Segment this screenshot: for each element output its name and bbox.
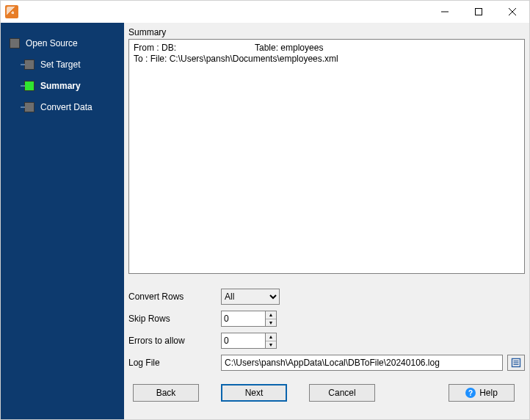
convert-rows-select[interactable]: All — [221, 289, 280, 305]
close-button[interactable] — [495, 1, 529, 23]
summary-group-label: Summary — [128, 27, 525, 37]
svg-rect-7 — [514, 364, 519, 365]
skip-rows-spinner: ▲ ▼ — [221, 311, 277, 327]
step-box-icon — [10, 38, 20, 48]
errors-spinner: ▲ ▼ — [221, 333, 277, 349]
errors-label: Errors to allow — [128, 336, 221, 346]
maximize-button[interactable] — [462, 1, 495, 23]
step-box-icon — [24, 81, 35, 91]
step-box-icon — [24, 59, 35, 70]
sidebar-item-label: Open Source — [26, 38, 78, 48]
row-skip-rows: Skip Rows ▲ ▼ — [128, 309, 525, 328]
sidebar-item-summary[interactable]: Summary — [24, 76, 124, 95]
folder-icon — [511, 358, 521, 368]
minimize-button[interactable] — [428, 1, 462, 23]
log-file-input[interactable] — [221, 355, 503, 371]
summary-from-prefix: From : DB: — [134, 43, 255, 54]
sidebar-item-open-source[interactable]: Open Source — [10, 34, 124, 53]
log-file-browse-button[interactable] — [507, 355, 525, 371]
errors-spin-buttons: ▲ ▼ — [265, 333, 277, 349]
summary-line-to: To : File: C:\Users\pansh\Documents\empl… — [134, 54, 520, 65]
summary-line-from: From : DB: Table: employees — [134, 43, 520, 54]
errors-down-icon[interactable]: ▼ — [266, 341, 276, 349]
help-button[interactable]: ? Help — [449, 384, 515, 402]
options-panel: Convert Rows All Skip Rows ▲ ▼ — [128, 287, 525, 375]
skip-rows-spin-buttons: ▲ ▼ — [265, 311, 277, 327]
sidebar-item-label: Convert Data — [40, 102, 92, 112]
row-errors: Errors to allow ▲ ▼ — [128, 331, 525, 350]
sidebar-item-convert-data[interactable]: Convert Data — [24, 98, 124, 117]
back-button[interactable]: Back — [133, 384, 199, 402]
sidebar-item-label: Set Target — [40, 59, 80, 70]
body: Open Source Set Target Summary Convert D… — [1, 23, 529, 419]
svg-rect-5 — [514, 361, 519, 361]
sidebar-item-set-target[interactable]: Set Target — [24, 55, 124, 74]
skip-rows-up-icon[interactable]: ▲ — [266, 311, 276, 319]
step-box-icon — [24, 102, 35, 112]
app-window: Open Source Set Target Summary Convert D… — [0, 0, 530, 420]
svg-rect-6 — [514, 362, 519, 363]
errors-up-icon[interactable]: ▲ — [266, 333, 276, 341]
app-icon — [5, 5, 18, 18]
log-file-label: Log File — [128, 358, 221, 368]
summary-from-table: Table: employees — [255, 43, 323, 54]
main-panel: Summary From : DB: Table: employees To :… — [124, 23, 529, 419]
wizard-footer: Back Next Cancel ? Help — [128, 375, 525, 415]
next-button[interactable]: Next — [221, 384, 287, 402]
wizard-sidebar: Open Source Set Target Summary Convert D… — [1, 23, 124, 419]
row-convert-rows: Convert Rows All — [128, 287, 525, 306]
row-log-file: Log File — [128, 353, 525, 372]
skip-rows-input[interactable] — [221, 311, 265, 327]
help-icon: ? — [465, 388, 476, 398]
skip-rows-down-icon[interactable]: ▼ — [266, 319, 276, 327]
summary-text-area[interactable]: From : DB: Table: employees To : File: C… — [128, 39, 525, 274]
sidebar-item-label: Summary — [40, 81, 81, 91]
errors-input[interactable] — [221, 333, 265, 349]
convert-rows-label: Convert Rows — [128, 292, 221, 302]
skip-rows-label: Skip Rows — [128, 314, 221, 324]
title-bar — [1, 1, 529, 23]
cancel-button[interactable]: Cancel — [309, 384, 375, 402]
svg-rect-1 — [476, 9, 482, 15]
